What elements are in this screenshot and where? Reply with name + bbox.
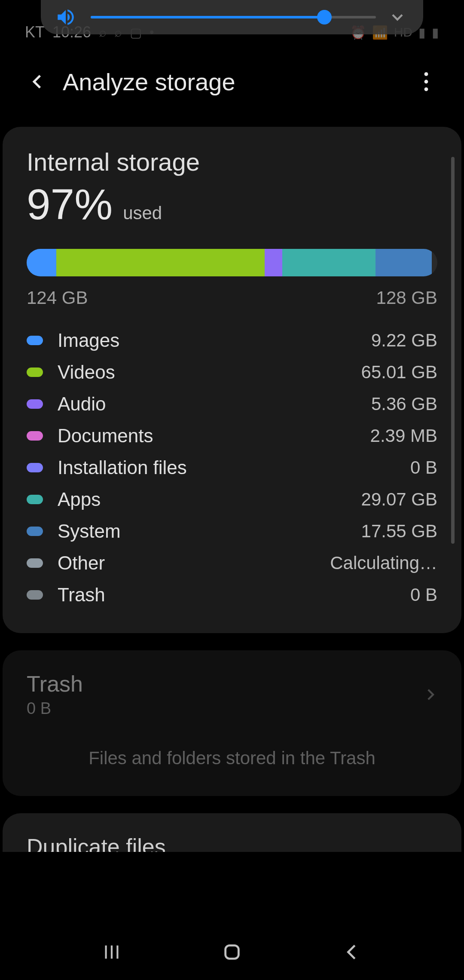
- legend-dot-icon: [27, 590, 43, 600]
- volume-thumb[interactable]: [317, 10, 332, 24]
- total-amount: 128 GB: [376, 288, 437, 308]
- legend-label: Images: [58, 330, 371, 351]
- legend-row-system[interactable]: System17.55 GB: [27, 521, 437, 542]
- category-legend: Images9.22 GBVideos65.01 GBAudio5.36 GBD…: [27, 330, 437, 606]
- volume-slider[interactable]: [91, 16, 376, 18]
- legend-size: 0 B: [410, 457, 437, 478]
- legend-size: 0 B: [410, 585, 437, 605]
- scroll-indicator[interactable]: [451, 157, 455, 544]
- usage-segment-audio: [265, 249, 282, 276]
- legend-label: Trash: [58, 584, 410, 606]
- peek-title: Duplicate files: [27, 834, 437, 852]
- legend-dot-icon: [27, 431, 43, 441]
- bar-caption: 124 GB 128 GB: [27, 288, 437, 308]
- legend-row-audio[interactable]: Audio5.36 GB: [27, 393, 437, 415]
- legend-dot-icon: [27, 463, 43, 472]
- legend-size: 17.55 GB: [361, 521, 437, 542]
- legend-label: Apps: [58, 489, 361, 510]
- percent-label: used: [123, 203, 162, 224]
- percent-value: 97%: [27, 180, 113, 229]
- legend-dot-icon: [27, 399, 43, 409]
- nav-back-button[interactable]: [335, 935, 369, 969]
- legend-size: 2.39 MB: [370, 426, 437, 446]
- internal-storage-card: Internal storage 97% used 124 GB 128 GB …: [3, 127, 461, 633]
- home-button[interactable]: [215, 935, 249, 969]
- navigation-bar: [0, 924, 464, 980]
- recents-button[interactable]: [95, 935, 129, 969]
- legend-dot-icon: [27, 336, 43, 345]
- trash-title: Trash: [27, 671, 423, 697]
- legend-row-images[interactable]: Images9.22 GB: [27, 330, 437, 351]
- trash-description: Files and folders stored in the Trash: [27, 748, 437, 769]
- legend-size: 29.07 GB: [361, 489, 437, 510]
- usage-bar: [27, 249, 437, 276]
- back-button[interactable]: [25, 69, 51, 95]
- volume-fill: [91, 16, 324, 18]
- page-title: Analyze storage: [63, 68, 413, 96]
- volume-icon: [53, 4, 79, 30]
- usage-segment-apps: [282, 249, 375, 276]
- svg-point-2: [424, 87, 428, 91]
- used-amount: 124 GB: [27, 288, 88, 308]
- legend-row-videos[interactable]: Videos65.01 GB: [27, 361, 437, 383]
- legend-dot-icon: [27, 495, 43, 504]
- svg-rect-6: [226, 946, 239, 959]
- chevron-right-icon: [423, 687, 437, 702]
- legend-row-apps[interactable]: Apps29.07 GB: [27, 489, 437, 510]
- usage-segment-images: [27, 249, 56, 276]
- trash-size: 0 B: [27, 699, 423, 718]
- trash-card[interactable]: Trash 0 B Files and folders stored in th…: [3, 650, 461, 796]
- legend-row-documents[interactable]: Documents2.39 MB: [27, 425, 437, 447]
- legend-label: Videos: [58, 361, 361, 383]
- storage-title: Internal storage: [27, 147, 437, 176]
- app-bar: Analyze storage: [0, 54, 464, 110]
- usage-segment-videos: [56, 249, 265, 276]
- carrier-label: KT: [25, 23, 45, 41]
- content-area: Internal storage 97% used 124 GB 128 GB …: [0, 127, 464, 924]
- usage-segment-system: [375, 249, 432, 276]
- percent-row: 97% used: [27, 180, 437, 229]
- legend-label: Installation files: [58, 457, 410, 478]
- volume-overlay: [41, 0, 423, 34]
- next-card-peek[interactable]: Duplicate files: [3, 813, 461, 852]
- legend-size: Calculating…: [330, 553, 437, 573]
- legend-label: Other: [58, 552, 330, 574]
- legend-label: System: [58, 521, 361, 542]
- legend-dot-icon: [27, 558, 43, 568]
- legend-dot-icon: [27, 368, 43, 377]
- chevron-down-icon[interactable]: [388, 8, 407, 27]
- legend-row-install[interactable]: Installation files0 B: [27, 457, 437, 478]
- legend-row-trash[interactable]: Trash0 B: [27, 584, 437, 606]
- legend-dot-icon: [27, 527, 43, 536]
- legend-row-other[interactable]: OtherCalculating…: [27, 552, 437, 574]
- legend-label: Audio: [58, 393, 371, 415]
- legend-size: 9.22 GB: [371, 330, 437, 351]
- svg-point-0: [424, 72, 428, 76]
- battery-icon: ▮: [432, 25, 439, 40]
- svg-point-1: [424, 80, 428, 84]
- more-options-button[interactable]: [413, 69, 439, 95]
- legend-size: 65.01 GB: [361, 362, 437, 383]
- legend-label: Documents: [58, 425, 370, 447]
- legend-size: 5.36 GB: [371, 394, 437, 414]
